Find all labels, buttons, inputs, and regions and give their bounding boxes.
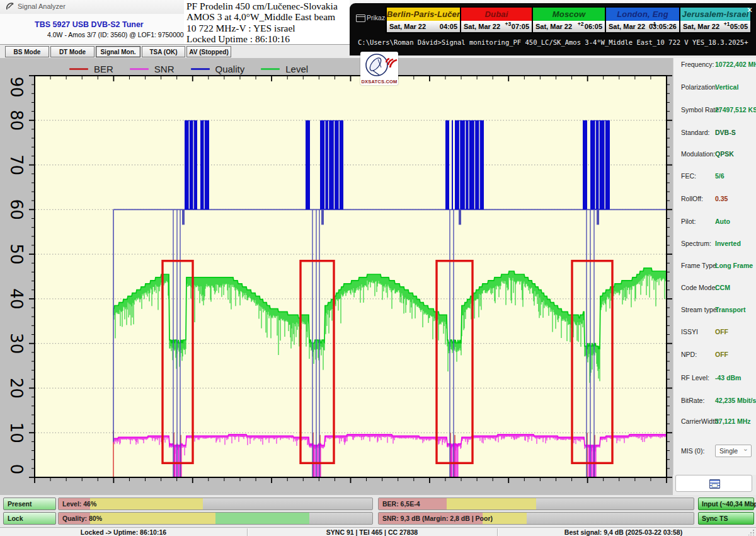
clock-city-name: Moscow — [533, 8, 605, 21]
param-value: QPSK — [715, 150, 734, 158]
level-bar-label: Level: 46% — [62, 498, 96, 510]
mis-dropdown[interactable]: Single ⌄ — [715, 445, 752, 457]
svg-text:50: 50 — [7, 244, 26, 265]
chart-legend: BER SNR Quality Level — [69, 63, 308, 74]
clock-city: Jerusalem-Israel Sat, Mar 22 +1 05:05 — [680, 8, 750, 32]
param-value: DVB-S — [715, 129, 736, 136]
input-badge: Input (~40,34 Mbps) — [698, 498, 754, 510]
bar-segment — [447, 498, 537, 510]
satellite-dish-icon — [5, 2, 14, 11]
legend-item-quality: Quality — [191, 64, 245, 74]
tuner-title: TBS 5927 USB DVB-S2 Tuner — [35, 20, 144, 29]
window-title: Signal Analyzer — [18, 3, 66, 10]
svg-text:40: 40 — [7, 288, 26, 309]
param-value: 37,121 MHz — [715, 417, 751, 425]
lock-badge: Lock — [3, 512, 56, 525]
ber-bar-label: BER: 6,5E-4 — [382, 498, 420, 510]
transponder-parameters-panel: Frequency:10722,402 MHz Polarization:Ver… — [673, 58, 756, 475]
clock-date: Sat, Mar 22 — [536, 21, 572, 32]
clock-city: London, Eng Sat, Mar 22 -1 03:05:26 — [606, 8, 679, 32]
logo-text: DXSATCS.COM — [360, 79, 398, 84]
console-window-icon — [356, 15, 365, 22]
param-value: Transport — [715, 306, 745, 313]
legend-item-snr: SNR — [130, 64, 175, 74]
svg-text:30: 30 — [7, 333, 26, 354]
param-label: RF Level: — [681, 374, 709, 382]
svg-text:90: 90 — [7, 76, 26, 97]
param-label: RollOff: — [681, 195, 703, 202]
console-command-line[interactable]: C:\Users\Roman Dávid>Signal monitoring_P… — [358, 38, 752, 46]
param-label: BitRate: — [681, 397, 704, 404]
param-value: OFF — [715, 351, 728, 358]
save-log-button[interactable] — [675, 475, 752, 492]
level-bar: Level: 46% — [58, 498, 373, 510]
svg-text:80: 80 — [7, 110, 26, 131]
param-label: Stream type: — [681, 306, 719, 313]
clock-city-name: Jerusalem-Israel — [680, 8, 750, 21]
present-badge: Present — [3, 498, 56, 510]
clock-utc-offset: +2 — [578, 21, 584, 27]
param-label: Frequency: — [681, 61, 714, 68]
clock-utc-offset: +3 — [505, 21, 511, 27]
param-value: OFF — [715, 328, 728, 335]
sync-ts-badge: Sync TS — [698, 512, 754, 525]
param-value: 27497,512 KS/s — [715, 106, 756, 114]
clock-date: Sat, Mar 22 — [609, 21, 645, 32]
note-line: 10 722 MHz-V : YES israel — [186, 23, 350, 33]
svg-text:70: 70 — [7, 154, 26, 175]
tab-bs-mode[interactable]: BS Mode — [5, 46, 49, 57]
param-value: -43 dBm — [715, 374, 741, 382]
world-clock-widget: Berlin-Paris-Lučenec Sat, Mar 22 04:05 D… — [386, 6, 752, 33]
ber-line-swatch — [69, 68, 88, 70]
param-label: FEC: — [681, 172, 696, 180]
clock-time: 05:05 — [730, 21, 748, 32]
signal-chart-region: 0102030405060708090 BER SNR Quality Leve… — [0, 58, 673, 495]
svg-text:60: 60 — [7, 199, 26, 220]
satellite-dish-logo-icon — [360, 52, 398, 79]
param-value: 10722,402 MHz — [715, 61, 756, 68]
param-label: Spectrum: — [681, 240, 711, 247]
signal-status-bars: Present Level: 46% BER: 6,5E-4 Input (~4… — [0, 495, 756, 527]
param-label: Code Mode: — [681, 284, 717, 291]
clock-time: 07:05 — [512, 21, 529, 32]
param-label: Modulation: — [681, 150, 715, 158]
clock-time: 06:05 — [585, 21, 602, 32]
mis-selected-value: Single — [719, 447, 738, 455]
bar-segment — [215, 513, 309, 524]
clock-utc-offset: +1 — [724, 21, 730, 27]
status-best-signal: Best signal: 9,4 dB (2025-03-22 03:58) — [497, 528, 750, 536]
clock-time: 03:05:26 — [649, 21, 677, 32]
param-label: Standard: — [681, 129, 710, 136]
clock-city: Berlin-Paris-Lučenec Sat, Mar 22 04:05 — [387, 8, 460, 32]
tab-signal-mon[interactable]: Signal Mon. — [96, 46, 140, 57]
param-value: Long Frame — [715, 262, 753, 269]
param-value: Vertical — [715, 83, 738, 91]
close-icon[interactable]: ✕ — [747, 6, 753, 15]
param-label: CarrierWidth: — [681, 417, 720, 425]
snr-bar-label: SNR: 9,3 dB (Margin: 2,8 dB | Poor) — [382, 513, 493, 524]
snr-bar: SNR: 9,3 dB (Margin: 2,8 dB | Poor) — [378, 512, 694, 525]
param-label: Pilot: — [681, 218, 696, 225]
chevron-down-icon: ⌄ — [743, 443, 748, 454]
tab-dt-mode[interactable]: DT Mode — [50, 46, 94, 57]
param-value: Auto — [715, 218, 730, 225]
tab-av[interactable]: AV (Stopped) — [186, 46, 231, 57]
param-label: Frame Type: — [681, 262, 718, 269]
clock-date: Sat, Mar 22 — [464, 21, 500, 32]
resize-grip[interactable] — [748, 529, 755, 535]
svg-text:0: 0 — [7, 464, 26, 475]
clock-date: Sat, Mar 22 — [683, 21, 719, 32]
save-disk-icon — [709, 479, 720, 489]
ber-bar: BER: 6,5E-4 — [378, 498, 694, 510]
clock-city-name: Berlin-Paris-Lučenec — [387, 8, 460, 21]
tab-tsa[interactable]: TSA (OK) — [142, 46, 185, 57]
bar-segment — [90, 498, 203, 510]
quality-bar: Quality: 80% — [58, 512, 373, 525]
svg-text:10: 10 — [7, 422, 26, 443]
clock-city: Moscow Sat, Mar 22 +2 06:05 — [533, 8, 605, 32]
note-line: Locked Uptime : 86:10:16 — [186, 33, 350, 44]
clock-date: Sat, Mar 22 — [389, 21, 426, 32]
statusbar: Locked -> Uptime: 86:10:16 SYNC 91 | TEI… — [0, 527, 756, 536]
annotation-note: PF Prodelin 450 cm/Lučenec-Slovakia AMOS… — [184, 0, 350, 44]
param-value: 0.35 — [715, 195, 728, 202]
